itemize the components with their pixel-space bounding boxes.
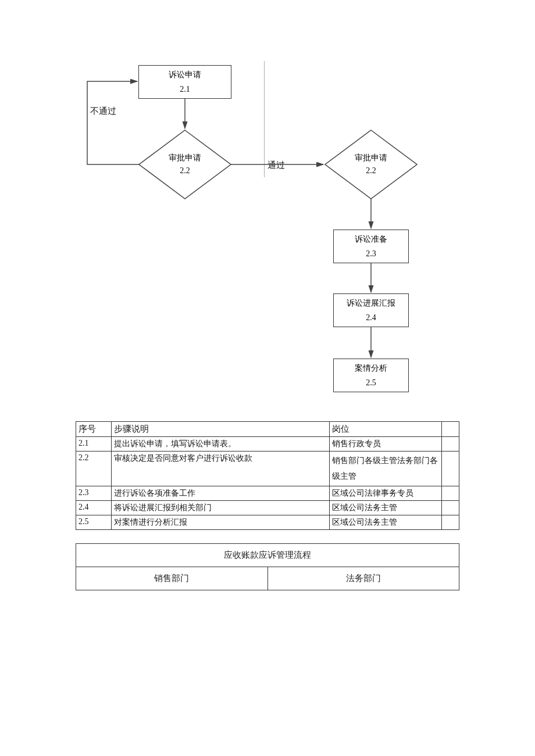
depts-cols-row: 销售部门 法务部门 xyxy=(76,567,459,590)
cell-desc: 审核决定是否同意对客户进行诉讼收款 xyxy=(111,452,329,486)
table-row: 2.3 进行诉讼各项准备工作 区域公司法律事务专员 xyxy=(76,486,459,501)
col-num: 序号 xyxy=(76,422,112,437)
node-num: 2.1 xyxy=(180,82,190,96)
node-approve-a: 审批申请 2.2 xyxy=(138,130,231,199)
node-title: 案情分析 xyxy=(355,361,387,375)
flow-canvas: 诉讼申请 2.1 审批申请 2.2 审批申请 2.2 诉讼准备 2.3 诉讼进展… xyxy=(0,0,535,756)
arrows-layer xyxy=(0,0,535,424)
label-pass: 通过 xyxy=(268,160,285,171)
cell-blank xyxy=(441,486,459,501)
cell-num: 2.3 xyxy=(76,486,112,501)
depts-title: 应收账款应诉管理流程 xyxy=(76,544,459,567)
cell-role: 销售部门各级主管法务部门各级主管 xyxy=(329,452,441,486)
depts-table: 应收账款应诉管理流程 销售部门 法务部门 xyxy=(76,543,459,590)
table-row: 2.2 审核决定是否同意对客户进行诉讼收款 销售部门各级主管法务部门各级主管 xyxy=(76,452,459,486)
node-progress-report: 诉讼进展汇报 2.4 xyxy=(333,293,409,327)
node-title: 审批申请 xyxy=(355,152,387,164)
lane-divider xyxy=(264,61,265,177)
cell-num: 2.2 xyxy=(76,452,112,486)
steps-table: 序号 步骤说明 岗位 2.1 提出诉讼申请，填写诉讼申请表。 销售行政专员 2.… xyxy=(76,421,459,530)
col-role: 岗位 xyxy=(329,422,441,437)
cell-role: 区域公司法务主管 xyxy=(329,515,441,530)
dept-legal: 法务部门 xyxy=(268,567,459,590)
node-num: 2.4 xyxy=(366,310,376,325)
node-title: 诉讼进展汇报 xyxy=(347,296,395,310)
node-title: 诉讼申请 xyxy=(169,67,201,82)
cell-num: 2.4 xyxy=(76,501,112,515)
cell-role: 区域公司法律事务专员 xyxy=(329,486,441,501)
depts-title-row: 应收账款应诉管理流程 xyxy=(76,544,459,567)
cell-role: 销售行政专员 xyxy=(329,437,441,452)
table-header-row: 序号 步骤说明 岗位 xyxy=(76,422,459,437)
cell-desc: 对案情进行分析汇报 xyxy=(111,515,329,530)
table-row: 2.5 对案情进行分析汇报 区域公司法务主管 xyxy=(76,515,459,530)
node-num: 2.2 xyxy=(366,164,376,177)
node-litigation-prep: 诉讼准备 2.3 xyxy=(333,230,409,263)
cell-desc: 将诉讼进展汇报到相关部门 xyxy=(111,501,329,515)
col-blank xyxy=(441,422,459,437)
table-row: 2.4 将诉讼进展汇报到相关部门 区域公司法务主管 xyxy=(76,501,459,515)
node-num: 2.3 xyxy=(366,246,376,261)
node-title: 审批申请 xyxy=(169,152,201,164)
cell-num: 2.1 xyxy=(76,437,112,452)
cell-num: 2.5 xyxy=(76,515,112,530)
node-case-analysis: 案情分析 2.5 xyxy=(333,359,409,392)
label-fail: 不通过 xyxy=(90,106,116,117)
cell-role: 区域公司法务主管 xyxy=(329,501,441,515)
node-approve-b: 审批申请 2.2 xyxy=(324,130,418,199)
col-desc: 步骤说明 xyxy=(111,422,329,437)
cell-blank xyxy=(441,437,459,452)
node-num: 2.5 xyxy=(366,375,376,390)
node-litigation-apply: 诉讼申请 2.1 xyxy=(138,65,231,99)
cell-desc: 提出诉讼申请，填写诉讼申请表。 xyxy=(111,437,329,452)
cell-blank xyxy=(441,501,459,515)
cell-desc: 进行诉讼各项准备工作 xyxy=(111,486,329,501)
cell-blank xyxy=(441,515,459,530)
dept-sales: 销售部门 xyxy=(76,567,268,590)
cell-blank xyxy=(441,452,459,486)
node-num: 2.2 xyxy=(180,164,190,177)
node-title: 诉讼准备 xyxy=(355,232,387,246)
table-row: 2.1 提出诉讼申请，填写诉讼申请表。 销售行政专员 xyxy=(76,437,459,452)
